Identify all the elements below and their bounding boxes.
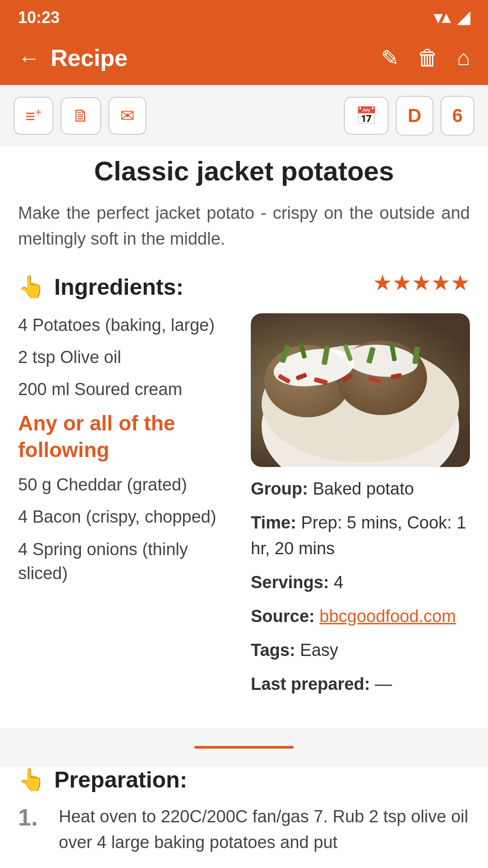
recipe-title: Classic jacket potatoes xyxy=(18,156,470,187)
add-list-button[interactable]: ≡+ xyxy=(14,97,53,135)
recipe-description: Make the perfect jacket potato - crispy … xyxy=(18,200,470,252)
servings-meta-label: Servings: xyxy=(251,573,329,592)
back-button[interactable]: ← xyxy=(18,46,40,71)
group-value: Baked potato xyxy=(313,479,414,498)
document-button[interactable]: 🗎 xyxy=(61,97,101,135)
step-number-1: 1. xyxy=(18,804,45,855)
toolbar: ≡+ 🗎 ✉ 📅 D 6 xyxy=(0,85,488,146)
rating-stars: ★ ★ ★ ★ ★ xyxy=(373,270,470,295)
calendar-icon: 📅 xyxy=(356,106,377,126)
ingredients-icon: 👆 xyxy=(18,274,45,300)
home-button[interactable]: ⌂ xyxy=(457,45,470,71)
ingredient-olive-oil: 2 tsp Olive oil xyxy=(18,345,237,369)
servings-button[interactable]: 6 xyxy=(441,96,474,136)
nav-bar: ← Recipe ✎ 🗑 ⌂ xyxy=(0,35,488,85)
ingredients-title: Ingredients: xyxy=(54,274,183,300)
servings-value: 4 xyxy=(334,573,343,592)
meta-section: Group: Baked potato Time: Prep: 5 mins, … xyxy=(251,476,470,697)
edit-button[interactable]: ✎ xyxy=(381,45,399,71)
ingredient-cheddar: 50 g Cheddar (grated) xyxy=(18,473,237,497)
meta-servings: Servings: 4 xyxy=(251,570,470,595)
source-label: Source: xyxy=(251,607,314,626)
last-prepared-value: — xyxy=(375,675,392,693)
calendar-button[interactable]: 📅 xyxy=(344,97,389,135)
nav-title: Recipe xyxy=(51,44,128,71)
status-time: 10:23 xyxy=(18,8,60,27)
ingredients-header: 👆 Ingredients: ★ ★ ★ ★ ★ xyxy=(18,270,470,304)
source-link[interactable]: bbcgoodfood.com xyxy=(319,607,456,626)
status-icons: ▾▴ ◢ xyxy=(434,8,470,27)
main-ingredients-list: 4 Potatoes (baking, large) 2 tsp Olive o… xyxy=(18,313,237,705)
preparation-title: Preparation: xyxy=(54,767,188,793)
recipe-image-column: Group: Baked potato Time: Prep: 5 mins, … xyxy=(251,313,470,705)
recipe-image xyxy=(251,313,470,467)
nav-left: ← Recipe xyxy=(18,44,128,71)
servings-label: 6 xyxy=(452,105,463,127)
signal-icon: ◢ xyxy=(457,8,470,27)
email-icon: ✉ xyxy=(120,106,135,126)
preparation-icon: 👆 xyxy=(18,767,45,793)
ingredient-bacon: 4 Bacon (crispy, chopped) xyxy=(18,505,237,529)
wifi-icon: ▾▴ xyxy=(434,8,450,27)
last-prepared-label: Last prepared: xyxy=(251,675,370,693)
tags-label: Tags: xyxy=(251,641,296,660)
document-icon: 🗎 xyxy=(72,106,89,126)
email-button[interactable]: ✉ xyxy=(108,97,146,135)
difficulty-label: D xyxy=(408,105,421,127)
nav-actions: ✎ 🗑 ⌂ xyxy=(381,45,470,71)
add-list-icon: ≡+ xyxy=(25,106,42,126)
step-text-1: Heat oven to 220C/200C fan/gas 7. Rub 2 … xyxy=(59,804,470,855)
preparation-header: 👆 Preparation: xyxy=(18,767,470,793)
group-label: Group: xyxy=(251,479,308,498)
meta-last-prepared: Last prepared: — xyxy=(251,671,470,697)
time-label: Time: xyxy=(251,513,296,532)
tags-value: Easy xyxy=(300,641,338,660)
status-bar: 10:23 ▾▴ ◢ xyxy=(0,0,488,35)
prep-step-1: 1. Heat oven to 220C/200C fan/gas 7. Rub… xyxy=(18,804,470,855)
ingredients-image-row: 4 Potatoes (baking, large) 2 tsp Olive o… xyxy=(18,313,470,705)
meta-tags: Tags: Easy xyxy=(251,637,470,663)
meta-group: Group: Baked potato xyxy=(251,476,470,502)
delete-button[interactable]: 🗑 xyxy=(417,45,439,71)
ingredient-potatoes: 4 Potatoes (baking, large) xyxy=(18,313,237,337)
ingredient-soured-cream: 200 ml Soured cream xyxy=(18,377,237,401)
any-all-label: Any or all of the following xyxy=(18,410,237,464)
preparation-section: 👆 Preparation: 1. Heat oven to 220C/200C… xyxy=(0,767,488,868)
meta-source: Source: bbcgoodfood.com xyxy=(251,604,470,629)
recipe-content: Classic jacket potatoes Make the perfect… xyxy=(0,146,488,728)
meta-time: Time: Prep: 5 mins, Cook: 1 hr, 20 mins xyxy=(251,510,470,561)
ingredient-spring-onions: 4 Spring onions (thinly sliced) xyxy=(18,538,237,585)
difficulty-button[interactable]: D xyxy=(396,96,433,136)
section-divider xyxy=(194,746,294,749)
